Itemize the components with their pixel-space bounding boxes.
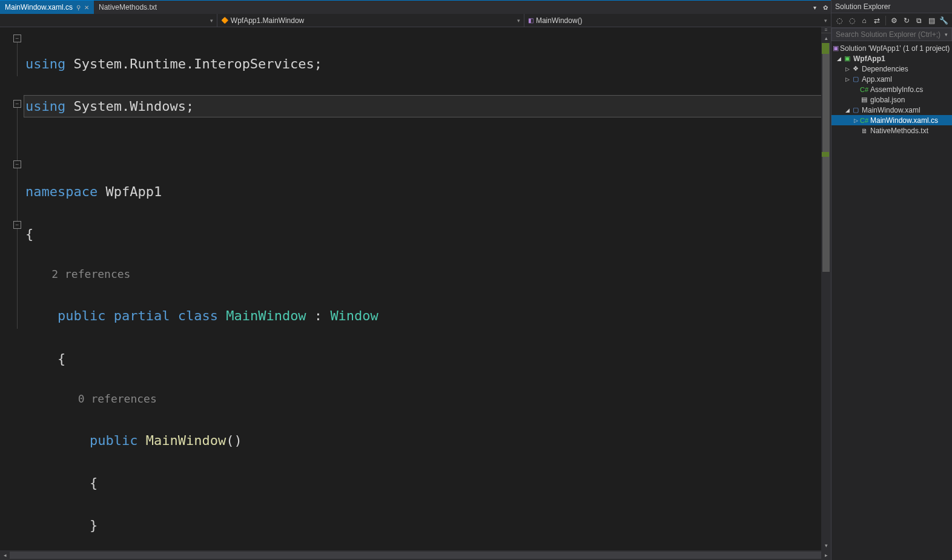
expand-icon[interactable]: ◢ bbox=[835, 56, 842, 62]
gutter: − − − − bbox=[0, 27, 24, 550]
tab-bar: MainWindow.xaml.cs ⚲ ✕ NativeMethods.txt… bbox=[0, 1, 831, 14]
expand-icon[interactable]: ▷ bbox=[844, 66, 851, 72]
search-input[interactable] bbox=[836, 30, 945, 39]
tab-mainwindow-cs[interactable]: MainWindow.xaml.cs ⚲ ✕ bbox=[0, 1, 94, 14]
cs-icon: C# bbox=[859, 117, 869, 124]
brace: { bbox=[25, 475, 98, 490]
tab-nativemethods[interactable]: NativeMethods.txt bbox=[94, 1, 162, 14]
vertical-scrollbar[interactable]: ≡ ▴ ▾ bbox=[821, 27, 831, 550]
tree-solution[interactable]: ▣ Solution 'WpfApp1' (1 of 1 project) bbox=[831, 43, 952, 53]
show-all-icon[interactable]: ▤ bbox=[926, 15, 937, 27]
json-icon: ▤ bbox=[859, 96, 869, 104]
scroll-down-icon[interactable]: ▾ bbox=[821, 541, 831, 550]
tree-label: Solution 'WpfApp1' (1 of 1 project) bbox=[840, 44, 950, 53]
type-name: Window bbox=[330, 308, 378, 323]
editor-pane: MainWindow.xaml.cs ⚲ ✕ NativeMethods.txt… bbox=[0, 0, 831, 560]
nav-class-dropdown[interactable]: 🔶 WpfApp1.MainWindow ▾ bbox=[217, 14, 524, 27]
tab-overflow-icon[interactable]: ▾ bbox=[809, 2, 820, 13]
refresh-icon[interactable]: ↻ bbox=[901, 15, 912, 27]
tree-label: App.xaml bbox=[862, 75, 892, 84]
code-editor[interactable]: using System.Runtime.InteropServices; us… bbox=[24, 27, 821, 550]
navigation-bar: ▾ 🔶 WpfApp1.MainWindow ▾ ◧ MainWindow() … bbox=[0, 14, 831, 27]
change-marker bbox=[822, 43, 829, 54]
scroll-thumb[interactable] bbox=[10, 552, 821, 559]
expand-icon[interactable]: ▷ bbox=[852, 117, 859, 124]
tab-settings-icon[interactable]: ✿ bbox=[820, 2, 831, 13]
cs-icon: C# bbox=[859, 86, 869, 93]
fold-toggle[interactable]: − bbox=[13, 35, 21, 42]
nav-member-label: MainWindow() bbox=[536, 16, 583, 25]
pin-icon[interactable]: ⚲ bbox=[76, 4, 81, 11]
horizontal-scrollbar[interactable]: ◂ ▸ bbox=[0, 550, 831, 560]
change-marker bbox=[822, 152, 829, 157]
fold-toggle[interactable]: − bbox=[13, 100, 21, 108]
kw-using: using bbox=[25, 56, 65, 71]
ctor-name: MainWindow bbox=[137, 433, 226, 448]
tree-project[interactable]: ◢ ▣ WpfApp1 bbox=[831, 53, 952, 64]
tree-label: AssemblyInfo.cs bbox=[870, 85, 923, 94]
nav-class-label: WpfApp1.MainWindow bbox=[231, 16, 304, 25]
kw-public: public bbox=[90, 433, 137, 448]
scroll-right-icon[interactable]: ▸ bbox=[821, 550, 831, 560]
code-text: System.Runtime.InteropServices; bbox=[65, 56, 322, 71]
tree-label: global.json bbox=[870, 96, 905, 104]
codelens-references[interactable]: 0 references bbox=[78, 392, 157, 405]
csproj-icon: ▣ bbox=[842, 54, 852, 62]
tree-label: WpfApp1 bbox=[853, 54, 885, 63]
tree-app-xaml[interactable]: ▷ ▢ App.xaml bbox=[831, 74, 952, 84]
forward-icon[interactable]: ◌ bbox=[846, 15, 857, 27]
tree-globaljson[interactable]: ▤ global.json bbox=[831, 94, 952, 105]
chevron-down-icon: ▾ bbox=[517, 18, 520, 24]
expand-icon[interactable]: ◢ bbox=[844, 107, 851, 113]
code-text: : bbox=[306, 308, 331, 323]
nav-member-dropdown[interactable]: ◧ MainWindow() ▾ bbox=[524, 14, 831, 27]
tree-label: MainWindow.xaml bbox=[862, 106, 921, 114]
type-name: MainWindow bbox=[218, 308, 306, 323]
tree-label: MainWindow.xaml.cs bbox=[870, 116, 938, 125]
scroll-left-icon[interactable]: ◂ bbox=[0, 550, 10, 560]
dependencies-icon: ❖ bbox=[851, 65, 861, 73]
explorer-toolbar: ◌ ◌ ⌂ ⇄ ⚙ ↻ ⧉ ▤ 🔧 bbox=[831, 13, 952, 28]
tree-nativemethods[interactable]: 🗎 NativeMethods.txt bbox=[831, 125, 952, 136]
kw-using: using bbox=[25, 99, 65, 114]
collapse-icon[interactable]: ⧉ bbox=[914, 15, 925, 27]
xaml-icon: ▢ bbox=[851, 106, 861, 114]
panel-title-label: Solution Explorer bbox=[835, 2, 890, 11]
kw-class: class bbox=[170, 308, 217, 323]
brace: { bbox=[25, 351, 65, 366]
tree-assemblyinfo[interactable]: C# AssemblyInfo.cs bbox=[831, 84, 952, 94]
scroll-up-icon[interactable]: ▴ bbox=[821, 33, 831, 43]
class-icon: 🔶 bbox=[221, 17, 228, 24]
expand-icon[interactable]: ▷ bbox=[844, 76, 851, 82]
tree-mainwindow-cs[interactable]: ▷ C# MainWindow.xaml.cs bbox=[831, 115, 952, 125]
kw-partial: partial bbox=[105, 308, 170, 323]
fold-toggle[interactable]: − bbox=[13, 160, 21, 168]
back-icon[interactable]: ◌ bbox=[834, 15, 845, 27]
scroll-thumb[interactable] bbox=[822, 43, 830, 272]
code-text: WpfApp1 bbox=[98, 184, 162, 199]
solution-explorer: Solution Explorer ◌ ◌ ⌂ ⇄ ⚙ ↻ ⧉ ▤ 🔧 ▾ ▣ … bbox=[831, 0, 952, 560]
tree-label: Dependencies bbox=[862, 65, 908, 73]
close-icon[interactable]: ✕ bbox=[84, 4, 89, 11]
tree-mainwindow-xaml[interactable]: ◢ ▢ MainWindow.xaml bbox=[831, 105, 952, 115]
explorer-search[interactable]: ▾ bbox=[831, 28, 952, 41]
tree-dependencies[interactable]: ▷ ❖ Dependencies bbox=[831, 64, 952, 74]
panel-title: Solution Explorer bbox=[831, 0, 952, 13]
properties-icon[interactable]: 🔧 bbox=[939, 15, 950, 27]
filter-icon[interactable]: ⚙ bbox=[889, 15, 900, 27]
chevron-down-icon: ▾ bbox=[210, 18, 213, 24]
home-icon[interactable]: ⌂ bbox=[859, 15, 870, 27]
tab-label: MainWindow.xaml.cs bbox=[5, 3, 73, 12]
brace: { bbox=[25, 226, 33, 242]
code-text: () bbox=[226, 433, 242, 448]
tree-label: NativeMethods.txt bbox=[870, 127, 928, 135]
codelens-references[interactable]: 2 references bbox=[51, 268, 130, 280]
search-dropdown-icon[interactable]: ▾ bbox=[945, 31, 948, 38]
code-area: − − − − using System.Runtime.InteropServ… bbox=[0, 27, 831, 550]
nav-project-dropdown[interactable]: ▾ bbox=[0, 14, 217, 27]
sync-icon[interactable]: ⇄ bbox=[871, 15, 882, 27]
fold-toggle[interactable]: − bbox=[13, 221, 21, 229]
split-view-icon[interactable]: ≡ bbox=[821, 27, 831, 33]
code-text: System.Windows; bbox=[65, 99, 194, 114]
txt-icon: 🗎 bbox=[859, 127, 869, 134]
